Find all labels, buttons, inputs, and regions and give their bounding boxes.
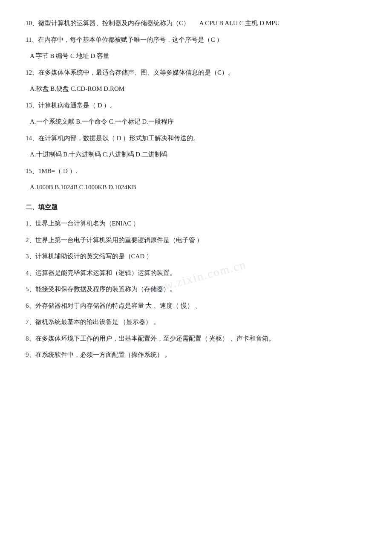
question-11: 11、在内存中，每个基本单位都被赋予唯一的序号，这个序号是（C ）	[26, 34, 366, 46]
fill-blank-7-text: 7、微机系统最基本的输出设备是 （显示器） 。	[26, 318, 160, 325]
fill-blank-9-text: 9、在系统软件中，必须一方面配置（操作系统） 。	[26, 351, 171, 358]
section2-title: 二、填空题	[26, 201, 366, 214]
question-11-options: A 字节 B 编号 C 地址 D 容量	[26, 50, 366, 62]
fill-blank-6: 6、外存储器相对于内存储器的特点是容量 大 、速度（ 慢） 。	[26, 300, 366, 312]
fill-blank-9: 9、在系统软件中，必须一方面配置（操作系统） 。	[26, 349, 366, 361]
question-15: 15、1MB=（ D ）.	[26, 165, 366, 177]
question-13: 13、计算机病毒通常是（ D ）。	[26, 99, 366, 112]
fill-blank-5-text: 5、能接受和保存数据及程序的装置称为（存储器）。	[26, 286, 176, 292]
question-11-options-text: A 字节 B 编号 C 地址 D 容量	[30, 52, 110, 59]
fill-blank-2-text: 2、世界上第一台电子计算机采用的重要逻辑原件是（电子管 ）	[26, 237, 203, 243]
question-13-text: 13、计算机病毒通常是（ D ）。	[26, 102, 116, 109]
fill-blank-1-text: 1、世界上第一台计算机名为（ENIAC ）	[26, 220, 139, 227]
question-14-options: A.十进制码 B.十六进制码 C.八进制码 D.二进制码	[26, 148, 366, 161]
fill-blank-8: 8、在多媒体环境下工作的用户，出基本配置外，至少还需配置（ 光驱） 、声卡和音箱…	[26, 332, 366, 345]
fill-blank-6-text: 6、外存储器相对于内存储器的特点是容量 大 、速度（ 慢） 。	[26, 302, 202, 309]
fill-blanks-section: 1、世界上第一台计算机名为（ENIAC ） 2、世界上第一台电子计算机采用的重要…	[26, 217, 366, 361]
question-11-text: 11、在内存中，每个基本单位都被赋予唯一的序号，这个序号是（C ）	[26, 36, 223, 43]
fill-blank-2: 2、世界上第一台电子计算机采用的重要逻辑原件是（电子管 ）	[26, 234, 366, 246]
fill-blank-5: 5、能接受和保存数据及程序的装置称为（存储器）。	[26, 283, 366, 295]
fill-blank-3-text: 3、计算机辅助设计的英文缩写的是（CAD ）	[26, 253, 153, 260]
question-10-options: A CPU B ALU C 主机 D MPU	[199, 20, 280, 26]
question-15-options-text: A.1000B B.1024B C.1000KB D.1024KB	[30, 184, 136, 191]
question-14-text: 14、在计算机内部，数据是以（ D ）形式加工解决和传送的。	[26, 135, 199, 142]
fill-blank-4-text: 4、运算器是能完毕算术运算和（逻辑）运算的装置。	[26, 269, 176, 276]
question-15-text: 15、1MB=（ D ）.	[26, 168, 77, 174]
fill-blank-1: 1、世界上第一台计算机名为（ENIAC ）	[26, 217, 366, 230]
question-12: 12、在多媒体体系统中，最适合存储声、图、文等多媒体信息的是（C）。	[26, 66, 366, 79]
fill-blank-4: 4、运算器是能完毕算术运算和（逻辑）运算的装置。	[26, 267, 366, 279]
question-12-options-text: A.软盘 B.硬盘 C.CD-ROM D.ROM	[30, 85, 124, 92]
question-14-options-text: A.十进制码 B.十六进制码 C.八进制码 D.二进制码	[30, 151, 167, 158]
question-10-text: 10、微型计算机的运算器、控制器及内存储器统称为（C）	[26, 20, 190, 26]
fill-blank-8-text: 8、在多媒体环境下工作的用户，出基本配置外，至少还需配置（ 光驱） 、声卡和音箱…	[26, 335, 275, 342]
fill-blank-7: 7、微机系统最基本的输出设备是 （显示器） 。	[26, 316, 366, 328]
question-14: 14、在计算机内部，数据是以（ D ）形式加工解决和传送的。	[26, 132, 366, 145]
fill-blank-3: 3、计算机辅助设计的英文缩写的是（CAD ）	[26, 250, 366, 263]
question-10: 10、微型计算机的运算器、控制器及内存储器统称为（C） A CPU B ALU …	[26, 17, 366, 29]
question-15-options: A.1000B B.1024B C.1000KB D.1024KB	[26, 181, 366, 194]
question-12-options: A.软盘 B.硬盘 C.CD-ROM D.ROM	[26, 83, 366, 95]
question-13-options: A.一个系统文献 B.一个命令 C.一个标记 D.一段程序	[26, 116, 366, 128]
question-12-text: 12、在多媒体体系统中，最适合存储声、图、文等多媒体信息的是（C）。	[26, 69, 234, 76]
question-13-options-text: A.一个系统文献 B.一个命令 C.一个标记 D.一段程序	[30, 118, 174, 125]
questions-section: 10、微型计算机的运算器、控制器及内存储器统称为（C） A CPU B ALU …	[26, 17, 366, 194]
